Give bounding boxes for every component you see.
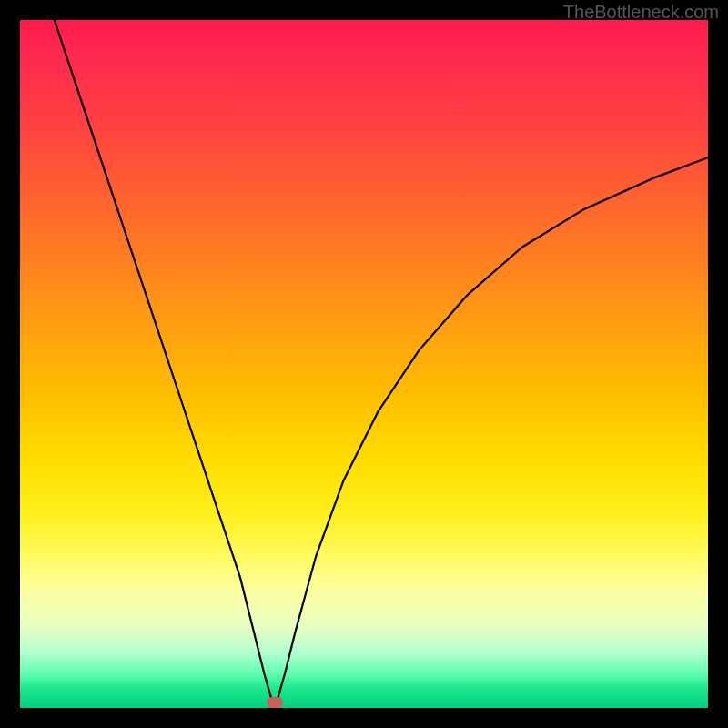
watermark-text: TheBottleneck.com bbox=[563, 2, 719, 23]
bottleneck-curve bbox=[55, 20, 708, 704]
optimal-point-marker bbox=[267, 697, 283, 708]
chart-curve-layer bbox=[20, 20, 708, 708]
